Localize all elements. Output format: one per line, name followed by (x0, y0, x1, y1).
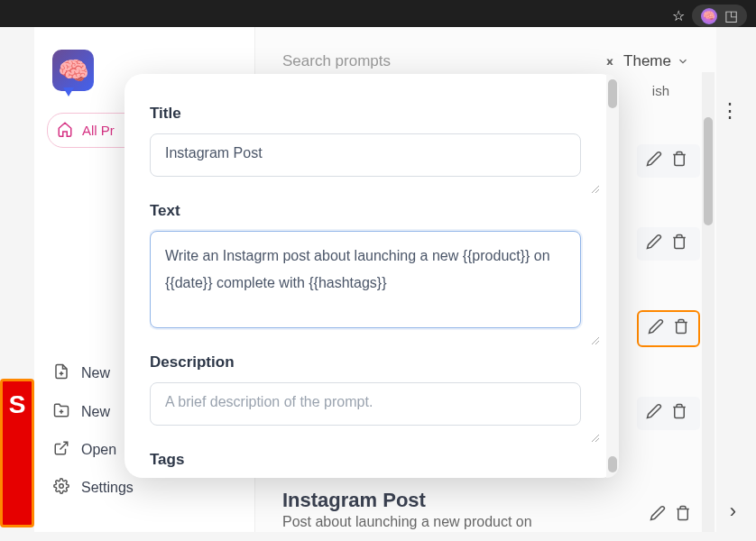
modal-scrollbar[interactable] (606, 74, 619, 478)
app-logo[interactable]: 🧠 (52, 50, 94, 91)
scrollbar-thumb[interactable] (704, 117, 713, 225)
card-actions-2 (637, 227, 700, 261)
background-red-tile: S (0, 379, 34, 527)
external-link-icon (52, 440, 70, 460)
scrollbar-thumb[interactable] (608, 456, 617, 472)
theme-select[interactable]: Theme (623, 52, 689, 70)
edit-icon[interactable] (648, 318, 664, 339)
file-plus-icon (52, 362, 70, 384)
browser-kebab-menu-icon[interactable]: ⋮ (720, 99, 740, 123)
card-actions-1 (637, 144, 700, 178)
prompt-card-instagram[interactable]: Instagram Post Post about launching a ne… (282, 489, 671, 530)
browser-toolbar: ☆ 🧠 ◳ (0, 0, 756, 27)
sidebar-item-label: All Pr (82, 123, 115, 138)
trash-icon[interactable] (673, 318, 689, 339)
sidebar-item-label: Settings (81, 480, 134, 496)
edit-icon[interactable] (650, 505, 666, 526)
card-actions-4 (637, 397, 700, 430)
title-input[interactable] (150, 133, 581, 177)
edit-icon[interactable] (646, 234, 662, 254)
sidebar-item-label: Open (81, 442, 116, 458)
title-label: Title (150, 105, 603, 123)
bookmark-star-icon[interactable]: ☆ (672, 7, 685, 24)
description-input[interactable] (150, 382, 581, 426)
sidebar-item-label: New (81, 404, 110, 420)
collapse-icon[interactable]: ›‹ (606, 52, 611, 70)
trash-icon[interactable] (671, 151, 687, 171)
gear-icon (52, 478, 70, 498)
edit-icon[interactable] (646, 403, 662, 424)
home-icon (57, 121, 73, 140)
card-title: Instagram Post (282, 489, 671, 512)
extension-pill[interactable]: 🧠 ◳ (692, 5, 747, 27)
brain-icon: 🧠 (58, 56, 89, 86)
extensions-puzzle-icon[interactable]: ◳ (724, 7, 738, 24)
sidebar-item-label: New (81, 365, 110, 381)
speech-tail-icon (63, 87, 74, 96)
trash-icon[interactable] (675, 505, 691, 526)
folder-plus-icon (52, 402, 70, 422)
scrollbar-thumb[interactable] (608, 79, 617, 108)
edit-prompt-modal: Title Text Description Tags (124, 74, 619, 478)
trash-icon[interactable] (671, 403, 687, 424)
card-subtitle: Post about launching a new product on (282, 514, 671, 530)
svg-point-0 (60, 484, 64, 489)
language-fragment: ish (652, 83, 669, 98)
text-label: Text (150, 202, 603, 220)
trash-icon[interactable] (671, 234, 687, 254)
chevron-down-icon (677, 55, 689, 68)
description-label: Description (150, 353, 603, 371)
chevron-right-icon[interactable]: › (730, 500, 736, 523)
text-input[interactable] (150, 231, 581, 328)
card-actions-3 (637, 310, 700, 347)
search-input[interactable]: Search prompts (282, 52, 606, 70)
theme-label: Theme (623, 52, 671, 70)
extension-brain-icon: 🧠 (701, 8, 717, 24)
main-scrollbar[interactable] (702, 72, 715, 532)
red-tile-letter: S (9, 390, 26, 419)
edit-icon[interactable] (646, 151, 662, 171)
tags-label: Tags (150, 451, 603, 469)
